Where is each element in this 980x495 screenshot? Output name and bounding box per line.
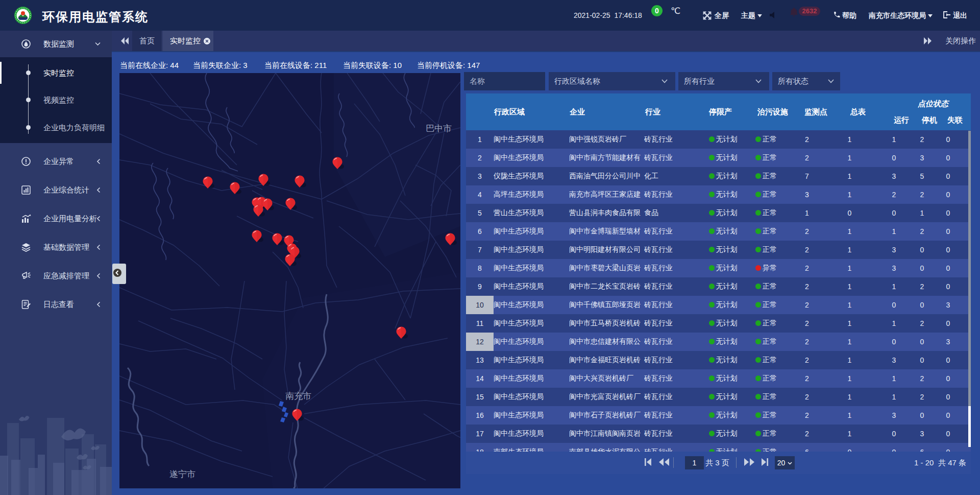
svg-text:遂宁市: 遂宁市: [169, 469, 195, 479]
svg-text:巴中市: 巴中市: [426, 124, 452, 133]
svg-text:南充市: 南充市: [285, 391, 311, 401]
